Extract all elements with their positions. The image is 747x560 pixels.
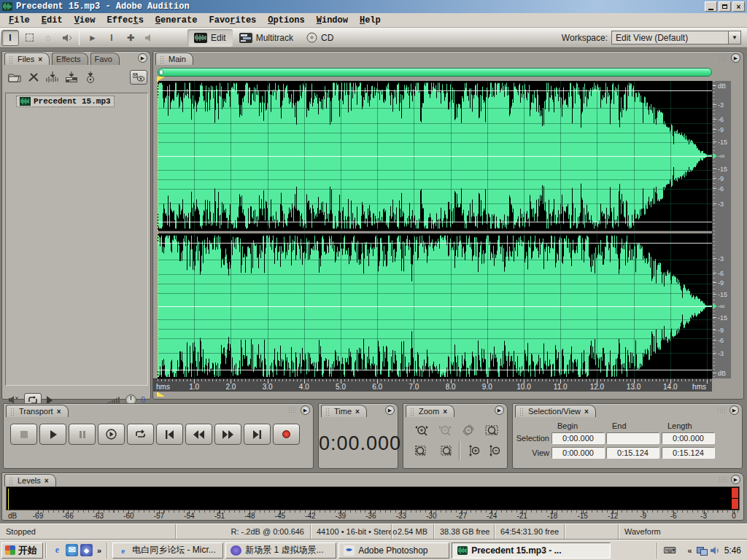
selection-end-field[interactable] — [606, 432, 659, 444]
tab-close-icon[interactable]: × — [355, 408, 360, 416]
menu-favorites[interactable]: Favorites — [203, 15, 262, 26]
quicklaunch-messenger-icon[interactable]: ✉ — [66, 544, 78, 556]
restore-button[interactable] — [719, 1, 731, 12]
db-ruler[interactable]: dB-3-6-9-15-∞-15-9-6-3-3-6-9-15-∞-15-9-6… — [712, 81, 731, 378]
play-button[interactable] — [39, 424, 66, 445]
edit-view-button[interactable]: Edit — [187, 29, 233, 47]
tab-zoom[interactable]: Zoom× — [406, 405, 454, 417]
insert-into-edit-button[interactable] — [43, 69, 62, 86]
menu-options[interactable]: Options — [262, 15, 310, 26]
cd-view-button[interactable]: CD — [300, 29, 340, 47]
file-list-item[interactable]: Precedent 15.mp3 — [16, 96, 115, 107]
time-tool-button[interactable]: I — [103, 30, 120, 46]
waveform-display[interactable] — [158, 81, 712, 378]
scrub-tool-button[interactable] — [58, 30, 76, 46]
zoom-out-vertical-button[interactable] — [485, 443, 504, 459]
stop-button[interactable] — [10, 424, 37, 445]
tray-collapse-chevrons[interactable]: « — [688, 546, 692, 555]
time-selection-tool-button[interactable]: I — [1, 30, 19, 46]
play-looped-button[interactable] — [127, 424, 154, 445]
task-button-2[interactable]: 新场景 1 虚拟场景... — [225, 542, 336, 559]
close-file-button[interactable] — [24, 69, 43, 86]
navbar-left-handle[interactable] — [159, 69, 163, 75]
menu-effects[interactable]: Effects — [101, 15, 149, 26]
insert-into-cd-button[interactable] — [81, 69, 100, 86]
files-panel-menu-button[interactable]: ▶ — [138, 53, 147, 63]
menu-generate[interactable]: Generate — [150, 15, 204, 26]
tab-transport[interactable]: Transport× — [6, 405, 69, 417]
view-end-field[interactable]: 0:15.124 — [606, 447, 659, 459]
lasso-selection-tool-button[interactable]: ◌ — [39, 30, 57, 46]
hybrid-tool-button[interactable]: ► — [84, 30, 101, 46]
zoom-to-selection-right-button[interactable] — [436, 443, 454, 459]
playback-cursor-foot-icon[interactable] — [157, 392, 165, 397]
tab-close-icon[interactable]: × — [443, 408, 447, 416]
tab-close-icon[interactable]: × — [57, 408, 61, 416]
selview-panel-menu-button[interactable]: ▶ — [729, 405, 739, 415]
tab-levels[interactable]: Levels× — [4, 474, 56, 486]
marquee-selection-tool-button[interactable] — [20, 30, 38, 46]
selection-begin-field[interactable]: 0:00.000 — [551, 432, 605, 444]
play-from-cursor-button[interactable] — [98, 424, 125, 445]
workspace-dropdown-arrow-icon[interactable]: ▼ — [728, 31, 740, 44]
workspace-select[interactable]: Edit View (Default) ▼ — [611, 31, 741, 44]
zoom-out-full-button[interactable] — [459, 422, 478, 438]
zoom-in-horizontal-button[interactable] — [412, 422, 431, 438]
task-button-3[interactable]: ✒Adobe Photoshop — [338, 542, 449, 559]
zoom-panel-menu-button[interactable]: ▶ — [495, 405, 504, 415]
record-button[interactable] — [273, 424, 300, 445]
view-length-field[interactable]: 0:15.124 — [662, 447, 715, 459]
tab-close-icon[interactable]: × — [38, 55, 42, 63]
menu-file[interactable]: File — [3, 15, 36, 26]
levels-meter[interactable] — [6, 486, 740, 510]
rewind-button[interactable] — [185, 424, 212, 445]
tab-main[interactable]: Main — [155, 52, 193, 65]
network-tray-icon[interactable] — [697, 547, 706, 554]
go-to-beginning-button[interactable] — [156, 424, 183, 445]
menu-edit[interactable]: Edit — [36, 15, 69, 26]
menu-view[interactable]: View — [69, 15, 101, 26]
zoom-out-horizontal-button[interactable] — [436, 422, 454, 438]
waveform-navigation-bar[interactable] — [158, 68, 712, 77]
levels-panel-menu-button[interactable]: ▶ — [731, 475, 740, 484]
clip-indicator-left[interactable] — [732, 488, 738, 498]
move-tool-button[interactable]: ✚ — [122, 30, 139, 46]
view-begin-field[interactable]: 0:00.000 — [551, 447, 605, 459]
clip-indicator-right[interactable] — [732, 499, 738, 509]
minimize-button[interactable] — [705, 1, 717, 12]
scrub2-tool-button[interactable] — [141, 30, 158, 46]
zoom-to-selection-left-button[interactable] — [412, 443, 431, 459]
tab-effects[interactable]: Effects — [52, 52, 88, 65]
import-file-button[interactable] — [5, 69, 24, 86]
files-options-toggle-button[interactable] — [130, 70, 147, 85]
zoom-to-selection-button[interactable] — [482, 422, 501, 438]
timeline-ruler[interactable]: 1.02.03.04.05.06.07.08.09.010.011.012.01… — [153, 378, 712, 392]
task-button-4[interactable]: Precedent 15.mp3 - ... — [452, 542, 611, 559]
quicklaunch-ie-icon[interactable]: e — [51, 544, 63, 556]
zoom-in-vertical-button[interactable] — [465, 443, 484, 459]
tab-favorites[interactable]: Favo — [90, 52, 120, 65]
input-method-keyboard-icon[interactable]: ⌨ — [663, 545, 676, 556]
tab-close-icon[interactable]: × — [584, 408, 589, 416]
insert-into-multitrack-button[interactable] — [62, 69, 81, 86]
fast-forward-button[interactable] — [214, 424, 241, 445]
waveform-canvas[interactable] — [158, 81, 712, 378]
close-button[interactable]: × — [732, 1, 745, 12]
multitrack-view-button[interactable]: Multitrack — [233, 29, 300, 47]
task-button-1[interactable]: e电白同乡论坛 - Micr... — [112, 542, 223, 559]
transport-panel-menu-button[interactable]: ▶ — [301, 405, 310, 415]
menu-help[interactable]: Help — [354, 15, 387, 26]
main-panel-menu-button[interactable]: ▶ — [731, 53, 740, 63]
tab-files[interactable]: Files× — [4, 52, 50, 65]
pause-button[interactable] — [69, 424, 96, 445]
tab-time[interactable]: Time× — [321, 405, 367, 417]
tab-selection-view[interactable]: Selection/View× — [515, 405, 596, 417]
tab-close-icon[interactable]: × — [44, 477, 49, 485]
quicklaunch-overflow-chevron[interactable]: » — [97, 546, 101, 555]
volume-tray-icon[interactable] — [711, 546, 720, 555]
time-panel-menu-button[interactable]: ▶ — [385, 405, 395, 415]
menu-window[interactable]: Window — [311, 15, 354, 26]
go-to-end-button[interactable] — [244, 424, 271, 445]
start-button[interactable]: 开始 — [1, 542, 43, 559]
quicklaunch-shield-icon[interactable]: ◆ — [80, 544, 93, 556]
